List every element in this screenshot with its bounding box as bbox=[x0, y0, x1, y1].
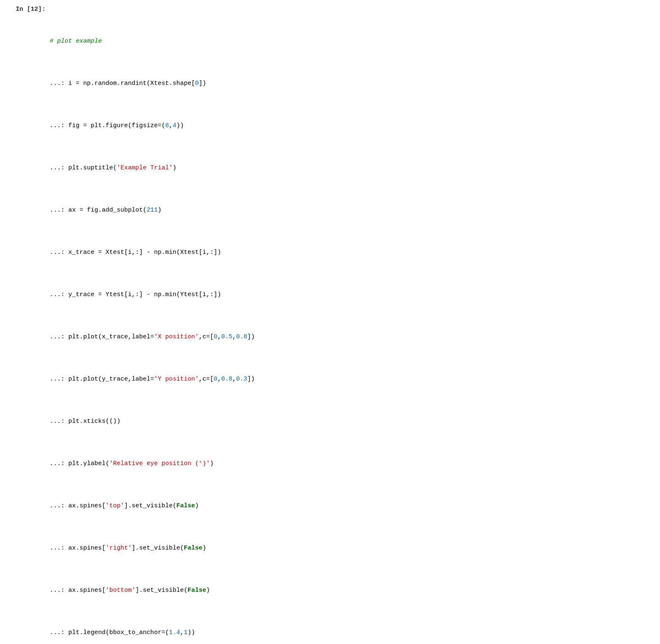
code-line-6: ...: x_trace = Xtest[i,:] - np.min(Xtest… bbox=[50, 247, 660, 258]
code-block: # plot example ...: i = np.random.randin… bbox=[50, 4, 660, 644]
code-line-10: ...: plt.xticks(()) bbox=[50, 416, 660, 427]
code-line-7: ...: y_trace = Ytest[i,:] - np.min(Ytest… bbox=[50, 289, 660, 300]
code-line-1: # plot example bbox=[50, 36, 660, 47]
code-line-13: ...: ax.spines['right'].set_visible(Fals… bbox=[50, 543, 660, 554]
cell-number: [12]: bbox=[27, 6, 46, 13]
code-line-2: ...: i = np.random.randint(Xtest.shape[0… bbox=[50, 78, 660, 89]
notebook-cell: In [12]: # plot example ...: i = np.rand… bbox=[0, 0, 660, 644]
code-line-4: ...: plt.suptitle('Example Trial') bbox=[50, 163, 660, 174]
code-line-5: ...: ax = fig.add_subplot(211) bbox=[50, 205, 660, 216]
code-line-11: ...: plt.ylabel('Relative eye position (… bbox=[50, 458, 660, 469]
code-line-12: ...: ax.spines['top'].set_visible(False) bbox=[50, 501, 660, 511]
code-line-14: ...: ax.spines['bottom'].set_visible(Fal… bbox=[50, 585, 660, 596]
code-line-15: ...: plt.legend(bbox_to_anchor=(1.4,1)) bbox=[50, 627, 660, 638]
code-line-8: ...: plt.plot(x_trace,label='X position'… bbox=[50, 332, 660, 343]
code-line-3: ...: fig = plt.figure(figsize=(8,4)) bbox=[50, 121, 660, 131]
code-line-9: ...: plt.plot(y_trace,label='Y position'… bbox=[50, 374, 660, 385]
cont-label-2: ...: bbox=[50, 80, 68, 87]
in-label: In bbox=[16, 6, 23, 13]
cell-label: In [12]: bbox=[0, 4, 50, 644]
comment-1: # plot example bbox=[50, 38, 102, 45]
